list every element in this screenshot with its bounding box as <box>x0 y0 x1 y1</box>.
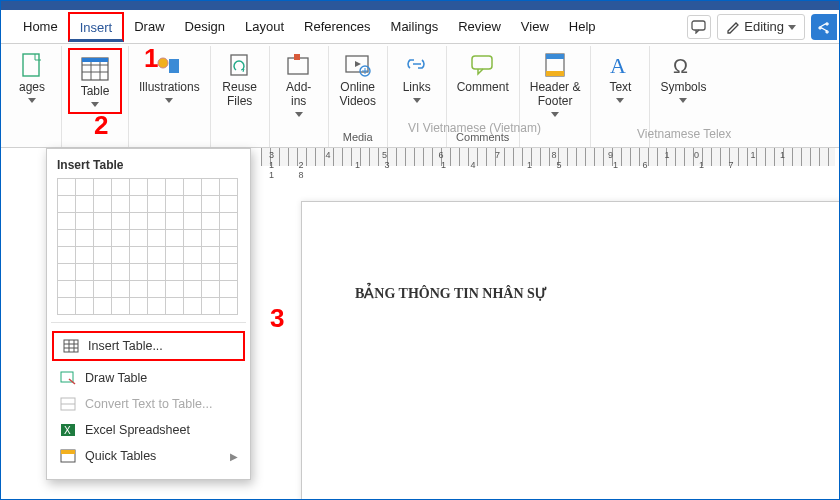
reuse-files-button[interactable]: Reuse Files <box>217 48 263 112</box>
grid-cell[interactable] <box>93 212 112 230</box>
menu-excel-spreadsheet[interactable]: X Excel Spreadsheet <box>51 417 246 443</box>
grid-cell[interactable] <box>201 195 220 213</box>
grid-cell[interactable] <box>219 246 238 264</box>
grid-cell[interactable] <box>57 297 76 315</box>
grid-cell[interactable] <box>111 297 130 315</box>
grid-cell[interactable] <box>57 263 76 281</box>
grid-cell[interactable] <box>57 212 76 230</box>
grid-cell[interactable] <box>93 246 112 264</box>
grid-cell[interactable] <box>129 280 148 298</box>
horizontal-ruler[interactable]: 3 4 5 6 7 8 9 10 11 12 13 14 15 16 17 18 <box>261 148 835 166</box>
grid-cell[interactable] <box>75 263 94 281</box>
grid-cell[interactable] <box>147 297 166 315</box>
grid-cell[interactable] <box>57 246 76 264</box>
grid-cell[interactable] <box>183 229 202 247</box>
grid-cell[interactable] <box>111 178 130 196</box>
grid-cell[interactable] <box>219 195 238 213</box>
grid-cell[interactable] <box>183 280 202 298</box>
online-videos-button[interactable]: Online Videos <box>335 48 381 112</box>
table-button[interactable]: Table <box>72 52 118 110</box>
grid-cell[interactable] <box>165 212 184 230</box>
tab-mailings[interactable]: Mailings <box>381 13 449 40</box>
grid-cell[interactable] <box>219 178 238 196</box>
header-footer-button[interactable]: Header & Footer <box>526 48 585 120</box>
grid-cell[interactable] <box>111 246 130 264</box>
grid-cell[interactable] <box>129 297 148 315</box>
tab-home[interactable]: Home <box>13 13 68 40</box>
grid-cell[interactable] <box>201 246 220 264</box>
pages-button[interactable]: ages <box>9 48 55 106</box>
tab-file-edge[interactable] <box>3 21 13 33</box>
grid-cell[interactable] <box>75 178 94 196</box>
menu-quick-tables[interactable]: Quick Tables ▶ <box>51 443 246 469</box>
grid-cell[interactable] <box>93 297 112 315</box>
table-size-grid[interactable] <box>51 178 246 314</box>
grid-cell[interactable] <box>129 246 148 264</box>
grid-cell[interactable] <box>201 280 220 298</box>
grid-cell[interactable] <box>147 229 166 247</box>
comments-header-button[interactable] <box>687 15 711 39</box>
grid-cell[interactable] <box>165 178 184 196</box>
grid-cell[interactable] <box>165 195 184 213</box>
grid-cell[interactable] <box>111 263 130 281</box>
grid-cell[interactable] <box>219 263 238 281</box>
tab-draw[interactable]: Draw <box>124 13 174 40</box>
grid-cell[interactable] <box>183 212 202 230</box>
grid-cell[interactable] <box>57 280 76 298</box>
menu-draw-table[interactable]: Draw Table <box>51 365 246 391</box>
grid-cell[interactable] <box>183 178 202 196</box>
grid-cell[interactable] <box>183 246 202 264</box>
grid-cell[interactable] <box>201 229 220 247</box>
grid-cell[interactable] <box>129 263 148 281</box>
grid-cell[interactable] <box>165 297 184 315</box>
comment-button[interactable]: Comment <box>453 48 513 98</box>
grid-cell[interactable] <box>165 246 184 264</box>
grid-cell[interactable] <box>201 212 220 230</box>
grid-cell[interactable] <box>147 195 166 213</box>
tab-insert[interactable]: Insert <box>68 12 125 42</box>
grid-cell[interactable] <box>147 212 166 230</box>
tab-view[interactable]: View <box>511 13 559 40</box>
grid-cell[interactable] <box>75 212 94 230</box>
grid-cell[interactable] <box>219 212 238 230</box>
grid-cell[interactable] <box>165 229 184 247</box>
grid-cell[interactable] <box>57 178 76 196</box>
grid-cell[interactable] <box>93 229 112 247</box>
grid-cell[interactable] <box>75 297 94 315</box>
grid-cell[interactable] <box>93 263 112 281</box>
grid-cell[interactable] <box>129 229 148 247</box>
grid-cell[interactable] <box>93 195 112 213</box>
grid-cell[interactable] <box>183 263 202 281</box>
tab-layout[interactable]: Layout <box>235 13 294 40</box>
links-button[interactable]: Links <box>394 48 440 106</box>
grid-cell[interactable] <box>147 246 166 264</box>
document-page[interactable]: BẢNG THÔNG TIN NHÂN SỰ <box>301 201 840 500</box>
grid-cell[interactable] <box>111 229 130 247</box>
grid-cell[interactable] <box>165 280 184 298</box>
grid-cell[interactable] <box>219 297 238 315</box>
grid-cell[interactable] <box>219 229 238 247</box>
grid-cell[interactable] <box>201 297 220 315</box>
grid-cell[interactable] <box>111 280 130 298</box>
grid-cell[interactable] <box>75 246 94 264</box>
grid-cell[interactable] <box>201 178 220 196</box>
grid-cell[interactable] <box>75 229 94 247</box>
share-button[interactable] <box>811 14 837 40</box>
grid-cell[interactable] <box>129 195 148 213</box>
grid-cell[interactable] <box>165 263 184 281</box>
text-button[interactable]: A Text <box>597 48 643 106</box>
grid-cell[interactable] <box>93 178 112 196</box>
tab-design[interactable]: Design <box>175 13 235 40</box>
grid-cell[interactable] <box>75 280 94 298</box>
grid-cell[interactable] <box>111 195 130 213</box>
editing-mode-button[interactable]: Editing <box>717 14 805 40</box>
grid-cell[interactable] <box>201 263 220 281</box>
grid-cell[interactable] <box>57 229 76 247</box>
tab-review[interactable]: Review <box>448 13 511 40</box>
tab-references[interactable]: References <box>294 13 380 40</box>
grid-cell[interactable] <box>75 195 94 213</box>
grid-cell[interactable] <box>147 178 166 196</box>
grid-cell[interactable] <box>183 195 202 213</box>
addins-button[interactable]: Add- ins <box>276 48 322 120</box>
symbols-button[interactable]: Ω Symbols <box>656 48 710 106</box>
